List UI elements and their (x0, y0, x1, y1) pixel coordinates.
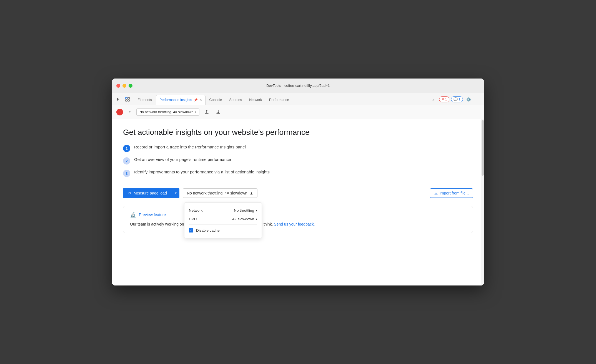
message-badge[interactable]: 💬 1 (451, 96, 463, 102)
svg-rect-1 (128, 97, 129, 99)
step-number-1: 1 (123, 145, 130, 152)
cpu-label: CPU (189, 217, 197, 221)
devtools-window: DevTools - coffee-cart.netlify.app/?ad=1… (112, 79, 484, 285)
throttle-popup: Network No throttling ▾ CPU 4× slowdown … (184, 203, 262, 238)
network-value-dropdown[interactable]: No throttling ▾ (234, 208, 257, 213)
disable-cache-checkbox[interactable]: ✓ (189, 228, 193, 232)
tab-network[interactable]: Network (246, 95, 265, 105)
tab-close-icon[interactable]: ✕ (199, 98, 202, 102)
main-content: Get actionable insights on your website'… (112, 119, 484, 285)
step-item: 2 Get an overview of your page's runtime… (123, 157, 473, 165)
network-label: Network (189, 208, 203, 213)
upload-button[interactable] (202, 108, 211, 117)
tab-console-label: Console (209, 98, 222, 102)
import-from-file-button[interactable]: Import from file... (430, 188, 473, 198)
minimize-button[interactable] (122, 84, 126, 88)
scrollbar-thumb[interactable] (482, 120, 484, 176)
toolbar: ▾ No network throttling, 4× slowdown ▾ (112, 105, 484, 119)
tab-network-label: Network (249, 98, 262, 102)
close-button[interactable] (116, 84, 120, 88)
tab-performance-label: Performance (269, 98, 289, 102)
measure-dropdown-button[interactable]: ▾ (172, 188, 179, 198)
tab-bar: Elements Performance insights 📌 ✕ Consol… (112, 93, 484, 105)
tab-sources-label: Sources (229, 98, 242, 102)
network-row: Network No throttling ▾ (189, 206, 257, 215)
tab-bar-right: » ✕ 1 💬 1 ⚙️ ⋮ (430, 95, 482, 105)
step-item: 1 Record or import a trace into the Perf… (123, 145, 473, 152)
download-button[interactable] (214, 108, 223, 117)
inspect-icon[interactable] (124, 95, 131, 103)
hero-title: Get actionable insights on your website'… (123, 128, 473, 137)
disable-cache-label: Disable cache (196, 228, 220, 232)
scrollbar[interactable] (481, 119, 484, 285)
svg-rect-0 (126, 97, 127, 99)
step-number-3: 3 (123, 170, 130, 177)
tab-console[interactable]: Console (206, 95, 226, 105)
step-text-3: Identify improvements to your performanc… (134, 170, 270, 174)
svg-rect-2 (126, 100, 127, 101)
preview-feature-header: 🔬 Preview feature (130, 212, 466, 218)
cursor-icon[interactable] (114, 95, 122, 103)
title-bar: DevTools - coffee-cart.netlify.app/?ad=1 (112, 79, 484, 93)
tab-performance-insights-label: Performance insights (159, 98, 192, 102)
throttle-up-arrow-icon: ▲ (249, 191, 253, 195)
refresh-icon: ↻ (128, 191, 131, 195)
step-item: 3 Identify improvements to your performa… (123, 170, 473, 177)
traffic-lights (116, 84, 132, 88)
tab-elements-label: Elements (137, 98, 152, 102)
window-title: DevTools - coffee-cart.netlify.app/?ad=1 (266, 84, 330, 88)
steps-list: 1 Record or import a trace into the Perf… (123, 145, 473, 177)
preview-feature-label: Preview feature (139, 213, 166, 217)
throttle-dropdown-arrow-icon: ▾ (195, 110, 196, 113)
measure-btn-group: ↻ Measure page load ▾ (123, 188, 179, 198)
cpu-row: CPU 4× slowdown ▾ (189, 215, 257, 223)
action-row: ↻ Measure page load ▾ No network throttl… (123, 188, 473, 198)
cpu-value-dropdown[interactable]: 4× slowdown ▾ (232, 217, 257, 221)
divider (189, 224, 257, 225)
tab-sources[interactable]: Sources (226, 95, 245, 105)
disable-cache-row[interactable]: ✓ Disable cache (189, 226, 257, 235)
throttle-selector[interactable]: No network throttling, 4× slowdown ▾ (136, 108, 199, 116)
error-badge[interactable]: ✕ 1 (439, 96, 450, 102)
network-dropdown-arrow-icon: ▾ (256, 209, 257, 212)
step-text-2: Get an overview of your page's runtime p… (134, 157, 231, 162)
cpu-dropdown-arrow-icon: ▾ (256, 218, 257, 221)
tab-performance-insights[interactable]: Performance insights 📌 ✕ (156, 95, 205, 105)
feedback-link[interactable]: Send us your feedback. (274, 222, 315, 226)
settings-icon[interactable]: ⚙️ (465, 95, 472, 103)
measure-dropdown-arrow-icon: ▾ (175, 191, 177, 195)
tab-performance[interactable]: Performance (266, 95, 292, 105)
devtools-icons (114, 95, 131, 105)
svg-rect-3 (128, 100, 129, 101)
preview-feature-text: Our team is actively working on this fea… (130, 221, 466, 227)
measure-page-load-button[interactable]: ↻ Measure page load (123, 188, 172, 198)
pin-icon: 📌 (194, 98, 198, 102)
throttle-dropdown-button[interactable]: No network throttling, 4× slowdown ▲ (183, 188, 257, 198)
preview-feature-box: 🔬 Preview feature Our team is actively w… (123, 206, 473, 233)
more-options-icon[interactable]: ⋮ (474, 95, 482, 103)
flask-icon: 🔬 (130, 212, 136, 218)
maximize-button[interactable] (129, 84, 132, 88)
step-text-1: Record or import a trace into the Perfor… (134, 145, 246, 149)
record-dropdown-icon[interactable]: ▾ (126, 108, 134, 116)
more-tabs-button[interactable]: » (430, 95, 437, 103)
step-number-2: 2 (123, 157, 130, 165)
record-button[interactable] (116, 109, 123, 115)
tab-elements[interactable]: Elements (134, 95, 155, 105)
